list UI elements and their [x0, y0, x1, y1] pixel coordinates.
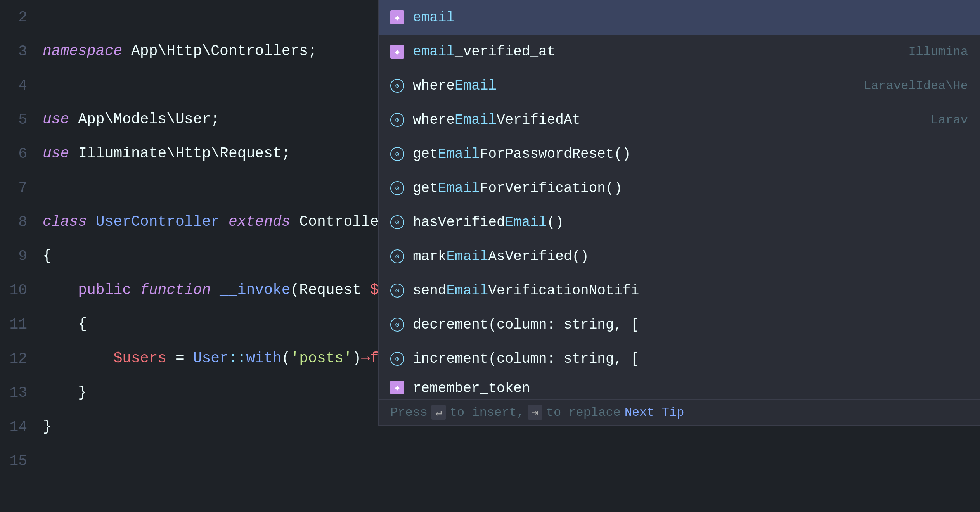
- ac-item-get-email-verification[interactable]: ⊙ getEmailForVerification(): [379, 171, 980, 205]
- line-number-10: 10: [0, 282, 43, 299]
- ac-item-send-email-verification[interactable]: ⊙ sendEmailVerificationNotifi: [379, 273, 980, 308]
- line-number-2: 2: [0, 9, 43, 26]
- ac-icon-method-1: ⊙: [390, 79, 404, 93]
- line-number-15: 15: [0, 453, 43, 469]
- ac-item-email-verified-at[interactable]: ◆ email_verified_at Illumina: [379, 35, 980, 69]
- ac-item-increment[interactable]: ⊙ increment(column: string, [: [379, 342, 980, 376]
- ac-icon-field-3: ◆: [390, 381, 404, 394]
- ac-icon-method-7: ⊙: [390, 284, 404, 298]
- ac-name-mark-email-verified: markEmailAsVerified(): [413, 249, 968, 265]
- ac-icon-method-5: ⊙: [390, 215, 404, 229]
- ac-icon-field-2: ◆: [390, 45, 404, 59]
- line-number-6: 6: [0, 145, 43, 162]
- ac-item-email[interactable]: ◆ email: [379, 0, 980, 35]
- ac-item-has-verified-email[interactable]: ⊙ hasVerifiedEmail(): [379, 205, 980, 239]
- ac-item-remember-token[interactable]: ◆ remember_token: [379, 376, 980, 399]
- footer-to-insert: to insert,: [450, 405, 524, 420]
- ac-name-email-verified-at: email_verified_at: [413, 44, 900, 60]
- footer-to-replace: to replace: [546, 405, 621, 420]
- ac-icon-method-2: ⊙: [390, 113, 404, 127]
- ac-icon-method-8: ⊙: [390, 318, 404, 332]
- footer-tab-key: ⇥: [528, 405, 542, 420]
- line-number-14: 14: [0, 419, 43, 435]
- ac-name-email: email: [413, 10, 960, 26]
- autocomplete-dropdown[interactable]: ◆ email ◆ email_verified_at Illumina ⊙ w…: [378, 0, 980, 426]
- line-number-11: 11: [0, 316, 43, 333]
- next-tip-button[interactable]: Next Tip: [625, 405, 684, 420]
- ac-icon-method-6: ⊙: [390, 249, 404, 263]
- line-number-13: 13: [0, 384, 43, 401]
- ac-name-has-verified-email: hasVerifiedEmail(): [413, 214, 968, 230]
- code-area: 2 3 namespace App\Http\Controllers; 4 5 …: [0, 0, 980, 512]
- ac-icon-field: ◆: [390, 10, 404, 24]
- editor-container: 2 3 namespace App\Http\Controllers; 4 5 …: [0, 0, 980, 512]
- ac-name-get-email-verification: getEmailForVerification(): [413, 180, 968, 196]
- ac-name-where-email-verified: whereEmailVerifiedAt: [413, 112, 923, 128]
- line-number-3: 3: [0, 43, 43, 60]
- ac-name-increment: increment(column: string, [: [413, 351, 968, 367]
- line-number-9: 9: [0, 248, 43, 265]
- ac-source-where-email-verified: Larav: [931, 113, 968, 127]
- footer-press-text: Press: [390, 405, 428, 420]
- ac-item-where-email-verified[interactable]: ⊙ whereEmailVerifiedAt Larav: [379, 103, 980, 137]
- line-number-12: 12: [0, 350, 43, 367]
- line-number-4: 4: [0, 77, 43, 94]
- ac-item-where-email[interactable]: ⊙ whereEmail LaravelIdea\He: [379, 69, 980, 103]
- ac-icon-method-4: ⊙: [390, 181, 404, 195]
- line-number-5: 5: [0, 111, 43, 128]
- ac-icon-method-9: ⊙: [390, 352, 404, 366]
- line-number-7: 7: [0, 180, 43, 196]
- ac-name-remember-token: remember_token: [413, 381, 968, 396]
- footer-enter-key: ↵: [431, 405, 446, 420]
- code-line-15: 15: [0, 444, 980, 478]
- line-number-8: 8: [0, 214, 43, 230]
- ac-icon-method-3: ⊙: [390, 147, 404, 161]
- ac-item-decrement[interactable]: ⊙ decrement(column: string, [: [379, 308, 980, 342]
- ac-item-get-email-password[interactable]: ⊙ getEmailForPasswordReset(): [379, 137, 980, 171]
- ac-name-where-email: whereEmail: [413, 78, 856, 94]
- ac-name-send-email-verification: sendEmailVerificationNotifi: [413, 283, 968, 299]
- autocomplete-footer: Press ↵ to insert, ⇥ to replace Next Tip: [379, 399, 980, 425]
- ac-name-get-email-password: getEmailForPasswordReset(): [413, 146, 968, 162]
- ac-source-where-email: LaravelIdea\He: [864, 79, 968, 93]
- ac-source-email-verified-at: Illumina: [908, 45, 968, 59]
- ac-name-decrement: decrement(column: string, [: [413, 317, 968, 333]
- ac-item-mark-email-verified[interactable]: ⊙ markEmailAsVerified(): [379, 239, 980, 273]
